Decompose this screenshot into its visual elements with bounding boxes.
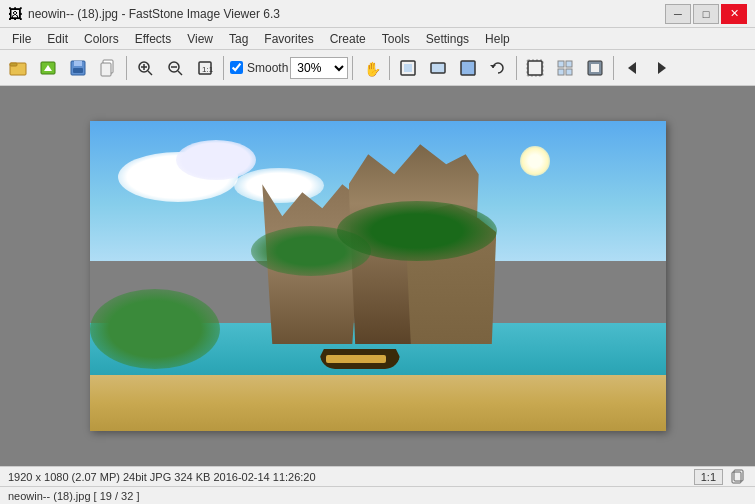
- status-bar-2: neowin-- (18).jpg [ 19 / 32 ]: [0, 486, 755, 504]
- title-text: neowin-- (18).jpg - FastStone Image View…: [28, 7, 280, 21]
- stretch-button[interactable]: [454, 54, 482, 82]
- svg-rect-6: [73, 68, 83, 73]
- svg-marker-23: [490, 65, 496, 68]
- copy-icon: [731, 469, 747, 485]
- svg-rect-24: [528, 61, 542, 75]
- toolbar: 1:1 Smooth 10% 20% 25% 30% 50% 75% 100% …: [0, 50, 755, 86]
- smooth-area: Smooth: [230, 61, 288, 75]
- smooth-label[interactable]: Smooth: [247, 61, 288, 75]
- sep1: [126, 56, 127, 80]
- greenery-2: [337, 201, 497, 261]
- title-left: 🖼 neowin-- (18).jpg - FastStone Image Vi…: [8, 6, 280, 22]
- zoom-out-button[interactable]: [161, 54, 189, 82]
- next-image-button[interactable]: [648, 54, 676, 82]
- menu-bar: File Edit Colors Effects View Tag Favori…: [0, 28, 755, 50]
- close-button[interactable]: ✕: [721, 4, 747, 24]
- svg-marker-32: [628, 62, 636, 74]
- smooth-checkbox[interactable]: [230, 61, 243, 74]
- svg-rect-22: [461, 61, 475, 75]
- image-canvas: [90, 121, 666, 431]
- menu-view[interactable]: View: [179, 28, 221, 50]
- save-button[interactable]: [64, 54, 92, 82]
- svg-marker-33: [658, 62, 666, 74]
- svg-text:✋: ✋: [364, 61, 380, 77]
- fit-window-button[interactable]: [394, 54, 422, 82]
- sep2: [223, 56, 224, 80]
- hand-tool-button[interactable]: ✋: [357, 54, 385, 82]
- filename-text: neowin-- (18).jpg [ 19 / 32 ]: [8, 490, 139, 502]
- zoom-select[interactable]: 10% 20% 25% 30% 50% 75% 100% 150% 200%: [290, 57, 348, 79]
- menu-colors[interactable]: Colors: [76, 28, 127, 50]
- fit-width-button[interactable]: [424, 54, 452, 82]
- app-icon: 🖼: [8, 6, 22, 22]
- svg-rect-1: [10, 63, 17, 66]
- prev-image-button[interactable]: [618, 54, 646, 82]
- beach-layer: [90, 375, 666, 431]
- sep5: [516, 56, 517, 80]
- status-bar: 1920 x 1080 (2.07 MP) 24bit JPG 324 KB 2…: [0, 466, 755, 486]
- ratio-button[interactable]: 1:1: [694, 469, 723, 485]
- menu-effects[interactable]: Effects: [127, 28, 179, 50]
- svg-rect-28: [558, 69, 564, 75]
- menu-settings[interactable]: Settings: [418, 28, 477, 50]
- status-info: 1920 x 1080 (2.07 MP) 24bit JPG 324 KB 2…: [8, 471, 316, 483]
- svg-rect-25: [527, 60, 543, 76]
- menu-file[interactable]: File: [4, 28, 39, 50]
- image-info-text: 1920 x 1080 (2.07 MP) 24bit JPG 324 KB 2…: [8, 471, 316, 483]
- svg-rect-31: [591, 64, 599, 72]
- thumbnail-button[interactable]: [551, 54, 579, 82]
- greenery-3: [90, 289, 220, 369]
- boat-top: [326, 355, 386, 363]
- main-image-area: [0, 86, 755, 466]
- maximize-button[interactable]: □: [693, 4, 719, 24]
- svg-rect-5: [74, 61, 82, 66]
- open-folder-button[interactable]: [4, 54, 32, 82]
- sep6: [613, 56, 614, 80]
- svg-rect-26: [558, 61, 564, 67]
- status-right: 1:1: [694, 469, 747, 485]
- actual-size-button[interactable]: 1:1: [191, 54, 219, 82]
- minimize-button[interactable]: ─: [665, 4, 691, 24]
- sep4: [389, 56, 390, 80]
- menu-tools[interactable]: Tools: [374, 28, 418, 50]
- app-window: 🖼 neowin-- (18).jpg - FastStone Image Vi…: [0, 0, 755, 504]
- menu-edit[interactable]: Edit: [39, 28, 76, 50]
- svg-line-14: [178, 71, 182, 75]
- svg-rect-8: [101, 63, 111, 76]
- sun-element: [520, 146, 550, 176]
- menu-create[interactable]: Create: [322, 28, 374, 50]
- image-container: [90, 121, 666, 431]
- full-image-button[interactable]: [581, 54, 609, 82]
- title-bar: 🖼 neowin-- (18).jpg - FastStone Image Vi…: [0, 0, 755, 28]
- sep3: [352, 56, 353, 80]
- menu-help[interactable]: Help: [477, 28, 518, 50]
- title-controls: ─ □ ✕: [665, 4, 747, 24]
- zoom-in-button[interactable]: [131, 54, 159, 82]
- cloud-3: [234, 168, 324, 203]
- prev-folder-button[interactable]: [34, 54, 62, 82]
- svg-text:1:1: 1:1: [202, 65, 214, 74]
- svg-rect-29: [566, 69, 572, 75]
- copy-button[interactable]: [94, 54, 122, 82]
- svg-line-10: [148, 71, 152, 75]
- svg-rect-21: [431, 63, 445, 73]
- svg-rect-27: [566, 61, 572, 67]
- menu-favorites[interactable]: Favorites: [256, 28, 321, 50]
- rotate-left-button[interactable]: [484, 54, 512, 82]
- menu-tag[interactable]: Tag: [221, 28, 256, 50]
- fullscreen-button[interactable]: [521, 54, 549, 82]
- svg-rect-20: [404, 64, 412, 72]
